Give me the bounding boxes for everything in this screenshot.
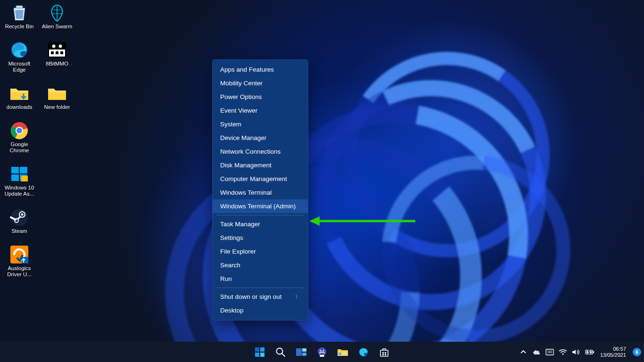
winx-item-file-explorer[interactable]: File Explorer — [213, 245, 308, 258]
svg-rect-7 — [56, 51, 58, 54]
menu-item-label: Disk Management — [220, 162, 272, 169]
winx-item-disk-management[interactable]: Disk Management — [213, 158, 308, 172]
search-icon — [275, 347, 286, 357]
start-icon — [255, 347, 265, 357]
menu-separator — [216, 288, 304, 288]
taskbar-task-view-button[interactable] — [292, 343, 310, 361]
badge-count: 6 — [636, 349, 638, 355]
desktop-icon-alien-swarm[interactable]: Alien Swarm — [41, 3, 74, 30]
svg-rect-39 — [339, 353, 341, 355]
taskbar-start-button[interactable] — [251, 343, 269, 361]
winx-item-computer-management[interactable]: Computer Management — [213, 172, 308, 186]
notifications-badge[interactable]: 6 — [633, 348, 641, 356]
svg-rect-51 — [593, 351, 594, 353]
winx-item-network-connections[interactable]: Network Connections — [213, 145, 308, 158]
desktop-icon-chrome[interactable]: Google Chrome — [3, 121, 36, 154]
svg-rect-0 — [16, 6, 23, 8]
auslogics-icon — [9, 245, 29, 264]
winx-item-system[interactable]: System — [213, 117, 308, 131]
svg-rect-45 — [385, 354, 386, 355]
svg-rect-42 — [382, 352, 384, 354]
edge-icon — [9, 40, 29, 60]
taskbar-chat-button[interactable] — [313, 343, 331, 361]
desktop-icon-label: New folder — [44, 104, 70, 110]
winx-item-device-manager[interactable]: Device Manager — [213, 131, 308, 145]
desktop-icon-label: Google Chrome — [3, 141, 36, 154]
desktop-icon-label: Auslogics Driver U... — [3, 265, 36, 278]
winx-item-search[interactable]: Search — [213, 258, 308, 272]
clock-date: 13/05/2021 — [600, 352, 626, 358]
desktop-icon-label: Windows 10 Update As... — [3, 185, 36, 197]
desktop-icon-label: Steam — [11, 228, 27, 234]
winx-item-windows-terminal-admin[interactable]: Windows Terminal (Admin) — [213, 199, 308, 213]
desktop[interactable]: Recycle Bin Alien Swarm Microsoft Edge — [0, 0, 644, 362]
desktop-icon-label: Alien Swarm — [42, 24, 73, 30]
wifi-icon[interactable] — [559, 349, 567, 355]
desktop-icon-w10-update[interactable]: Windows 10 Update As... — [3, 164, 36, 197]
desktop-icon-label: downloads — [7, 104, 33, 110]
winx-item-mobility-center[interactable]: Mobility Center — [213, 76, 308, 90]
svg-rect-46 — [546, 349, 553, 355]
desktop-icon-auslogics[interactable]: Auslogics Driver U... — [3, 245, 36, 278]
desktop-icon-edge[interactable]: Microsoft Edge — [3, 40, 36, 73]
svg-rect-12 — [11, 167, 19, 173]
desktop-icon-recycle-bin[interactable]: Recycle Bin — [3, 3, 36, 30]
battery-icon[interactable] — [585, 349, 594, 355]
svg-point-36 — [323, 350, 324, 351]
winx-item-run[interactable]: Run — [213, 272, 308, 286]
svg-rect-32 — [302, 348, 306, 352]
chat-icon — [317, 347, 327, 357]
taskbar-file-explorer-button[interactable] — [334, 343, 352, 361]
tray-icons — [532, 349, 594, 355]
svg-rect-13 — [20, 167, 27, 173]
winx-item-task-manager[interactable]: Task Manager — [213, 217, 308, 231]
svg-rect-26 — [260, 347, 264, 352]
desktop-icon-label: 8BitMMO — [46, 61, 68, 67]
tray-overflow-button[interactable] — [517, 343, 529, 361]
winx-item-apps-features[interactable]: Apps and Features — [213, 63, 308, 76]
winx-menu[interactable]: Apps and Features Mobility Center Power … — [212, 59, 308, 321]
svg-rect-3 — [49, 43, 66, 49]
desktop-icon-new-folder[interactable]: New folder — [41, 83, 74, 110]
store-icon — [379, 347, 389, 357]
svg-point-11 — [17, 128, 22, 133]
taskbar-search-button[interactable] — [272, 343, 289, 361]
chevron-right-icon: 〉 — [295, 293, 300, 300]
volume-icon[interactable] — [572, 349, 580, 355]
winx-item-shutdown-signout[interactable]: Shut down or sign out〉 — [213, 290, 308, 304]
menu-item-label: Mobility Center — [220, 80, 263, 87]
menu-item-label: Windows Terminal — [220, 189, 272, 196]
svg-rect-14 — [11, 174, 19, 181]
desktop-icon-steam[interactable]: Steam — [3, 207, 36, 234]
svg-point-4 — [52, 45, 56, 48]
winx-item-event-viewer[interactable]: Event Viewer — [213, 104, 308, 117]
folder-downloads-icon — [9, 83, 29, 103]
desktop-icon-8bitmmo[interactable]: 8BitMMO — [41, 40, 74, 73]
menu-item-label: Network Connections — [220, 148, 281, 155]
winx-item-windows-terminal[interactable]: Windows Terminal — [213, 186, 308, 199]
clock-time: 06:57 — [600, 346, 626, 352]
edge-icon — [358, 347, 369, 357]
winx-item-settings[interactable]: Settings — [213, 231, 308, 245]
menu-item-label: Run — [220, 275, 232, 282]
desktop-icon-downloads[interactable]: downloads — [3, 83, 36, 110]
input-indicator-icon[interactable] — [545, 349, 554, 355]
taskbar-store-button[interactable] — [375, 343, 393, 361]
recycle-bin-icon — [9, 3, 29, 23]
annotation-arrow — [309, 216, 415, 226]
taskbar-edge-button[interactable] — [355, 343, 372, 361]
onedrive-icon[interactable] — [532, 349, 541, 355]
menu-item-label: Apps and Features — [220, 66, 274, 73]
8bitmmo-icon — [47, 40, 67, 60]
svg-rect-16 — [21, 176, 28, 181]
svg-rect-8 — [60, 51, 63, 54]
winx-item-desktop[interactable]: Desktop — [213, 304, 308, 317]
taskbar-clock[interactable]: 06:57 13/05/2021 — [597, 346, 629, 358]
taskbar: 06:57 13/05/2021 6 — [0, 342, 644, 362]
svg-rect-25 — [255, 347, 259, 352]
svg-point-35 — [320, 350, 322, 351]
winx-item-power-options[interactable]: Power Options — [213, 90, 308, 104]
menu-item-label: Desktop — [220, 307, 244, 314]
svg-point-5 — [59, 45, 62, 48]
svg-rect-44 — [382, 354, 384, 355]
